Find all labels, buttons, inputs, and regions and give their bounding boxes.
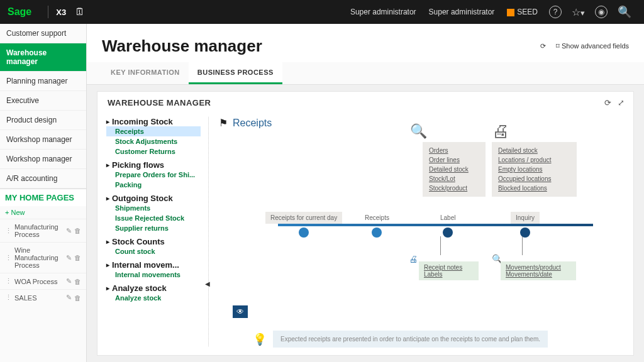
edit-icon[interactable]: ✎ <box>66 254 72 262</box>
tree-collapse-handle[interactable]: ◀ <box>205 280 210 287</box>
sidebar-item[interactable]: A/R accounting <box>0 169 86 189</box>
environment-badge[interactable]: SEED <box>507 8 538 16</box>
tree-link[interactable]: Supplier returns <box>106 223 201 233</box>
product-code: X3 <box>56 8 66 17</box>
tab[interactable]: KEY INFORMATION <box>102 62 189 84</box>
flow-node-icon[interactable] <box>299 228 309 238</box>
diagram-link[interactable]: Stock/product <box>429 184 479 193</box>
movements-link-group: Movements/productMovements/date <box>501 261 576 280</box>
tab-bar: KEY INFORMATIONBUSINESS PROCESS <box>87 62 644 85</box>
home-page-item[interactable]: ⋮Manufacturing Process✎🗑 <box>0 219 86 242</box>
home-pages-header: MY HOME PAGES <box>0 189 86 206</box>
diagram-link[interactable]: Occupied locations <box>498 174 570 184</box>
edit-icon[interactable]: ✎ <box>66 227 72 235</box>
tree-link[interactable]: Issue Rejected Stock <box>106 213 201 223</box>
sidebar-item[interactable]: Executive <box>0 91 86 111</box>
tree-group-header[interactable]: Incoming Stock <box>106 117 201 126</box>
diagram-link[interactable]: Orders <box>429 146 479 155</box>
sidebar: Customer supportWarehouse managerPlannin… <box>0 24 87 362</box>
main-area: Warehouse manager ⟳ ⌑ Show advanced fiel… <box>87 24 644 362</box>
divider <box>48 6 48 18</box>
panel-refresh-icon[interactable]: ⟳ <box>604 98 611 107</box>
diagram-link[interactable]: Receipt notes <box>424 264 474 271</box>
flag-icon: ⚑ <box>219 117 228 129</box>
compass-icon[interactable]: ◉ <box>595 6 608 18</box>
magnifier-icon: 🔍 <box>410 123 427 140</box>
tree-link[interactable]: Prepare Orders for Shi... <box>106 170 201 180</box>
tab[interactable]: BUSINESS PROCESS <box>189 62 282 84</box>
flow-step-label[interactable]: Label <box>435 212 460 224</box>
new-home-page-button[interactable]: + New <box>0 206 86 219</box>
user-name[interactable]: Super administrator <box>429 8 495 16</box>
flow-step-label[interactable]: Receipts <box>360 212 394 224</box>
calendar-icon[interactable]: 🗓 <box>75 6 85 18</box>
user-role[interactable]: Super administrator <box>350 8 416 16</box>
delete-icon[interactable]: 🗑 <box>74 294 81 302</box>
sidebar-item[interactable]: Workshop manager <box>0 150 86 169</box>
stock-link-group: Detailed stockLocations / productEmpty l… <box>492 142 577 197</box>
edit-icon[interactable]: ✎ <box>66 293 72 302</box>
flow-step-label[interactable]: Inquiry <box>511 212 540 224</box>
show-advanced-toggle[interactable]: ⌑ Show advanced fields <box>556 42 629 50</box>
delete-icon[interactable]: 🗑 <box>74 227 81 234</box>
tree-link[interactable]: Customer Returns <box>106 146 201 156</box>
tree-link[interactable]: Stock Adjustments <box>106 136 201 146</box>
flow-node-icon[interactable] <box>443 228 453 238</box>
print-small-icon: 🖨 <box>409 254 418 264</box>
process-diagram: ◀ ⚑Receipts 🔍 OrdersOrder linesDetailed … <box>208 117 625 346</box>
tree-link[interactable]: Shipments <box>106 203 201 213</box>
refresh-icon[interactable]: ⟳ <box>540 42 546 50</box>
tree-group-header[interactable]: Stock Counts <box>106 237 201 246</box>
sidebar-item[interactable]: Planning manager <box>0 72 86 91</box>
tree-group-header[interactable]: Internal movem... <box>106 260 201 270</box>
sidebar-item[interactable]: Warehouse manager <box>0 43 86 72</box>
logo[interactable]: Sage <box>8 6 31 18</box>
top-bar: Sage X3 🗓 Super administrator Super admi… <box>0 0 644 24</box>
tree-link[interactable]: Count stock <box>106 246 201 256</box>
sidebar-item[interactable]: Product design <box>0 111 86 130</box>
sidebar-item[interactable]: Customer support <box>0 24 86 43</box>
tree-link[interactable]: Internal movements <box>106 270 201 280</box>
diagram-link[interactable]: Detailed stock <box>429 165 479 174</box>
eye-icon[interactable]: 👁 <box>233 305 248 318</box>
tree-group-header[interactable]: Picking flows <box>106 160 201 170</box>
diagram-title: Receipts <box>233 118 272 129</box>
favorite-icon[interactable]: ☆▾ <box>572 6 585 18</box>
connector-line <box>522 236 523 255</box>
diagram-link[interactable]: Blocked locations <box>498 184 570 193</box>
tip-text: Expected receipts are presented in order… <box>273 331 548 348</box>
printer-icon: 🖨 <box>492 121 509 141</box>
flow-step-label[interactable]: Receipts for current day <box>265 212 342 224</box>
search-icon[interactable]: 🔍 <box>618 5 631 19</box>
tree-link[interactable]: Receipts <box>106 126 201 136</box>
seed-color-icon <box>507 9 514 16</box>
connector-line <box>440 236 441 255</box>
flow-node-icon[interactable] <box>372 228 382 238</box>
home-page-item[interactable]: ⋮Wine Manufacturing Process✎🗑 <box>0 242 86 273</box>
tree-group-header[interactable]: Analyze stock <box>106 283 201 293</box>
diagram-link[interactable]: Empty locations <box>498 165 570 174</box>
diagram-link[interactable]: Movements/date <box>506 271 571 278</box>
diagram-link[interactable]: Labels <box>424 271 474 278</box>
flow-row: Receipts for current day Receipts Label … <box>247 211 606 236</box>
panel-expand-icon[interactable]: ⤢ <box>618 98 625 107</box>
tree-group-header[interactable]: Outgoing Stock <box>106 194 201 203</box>
diagram-link[interactable]: Detailed stock <box>498 146 570 155</box>
home-page-item[interactable]: ⋮WOA Process✎🗑 <box>0 273 86 289</box>
help-icon[interactable]: ? <box>549 6 562 18</box>
panel-title: WAREHOUSE MANAGER <box>108 98 211 107</box>
page-title: Warehouse manager <box>102 36 262 56</box>
diagram-link[interactable]: Movements/product <box>506 264 571 271</box>
home-page-item[interactable]: ⋮SALES✎🗑 <box>0 289 86 305</box>
tree-link[interactable]: Packing <box>106 180 201 190</box>
sidebar-item[interactable]: Workshop manager <box>0 130 86 150</box>
diagram-link[interactable]: Locations / product <box>498 155 570 165</box>
delete-icon[interactable]: 🗑 <box>74 278 81 285</box>
orders-link-group: OrdersOrder linesDetailed stockStock/Lot… <box>423 142 486 197</box>
lightbulb-icon: 💡 <box>253 332 267 346</box>
diagram-link[interactable]: Stock/Lot <box>429 174 479 184</box>
tree-link[interactable]: Analyze stock <box>106 293 201 303</box>
diagram-link[interactable]: Order lines <box>429 155 479 165</box>
delete-icon[interactable]: 🗑 <box>74 254 81 261</box>
edit-icon[interactable]: ✎ <box>66 277 72 285</box>
